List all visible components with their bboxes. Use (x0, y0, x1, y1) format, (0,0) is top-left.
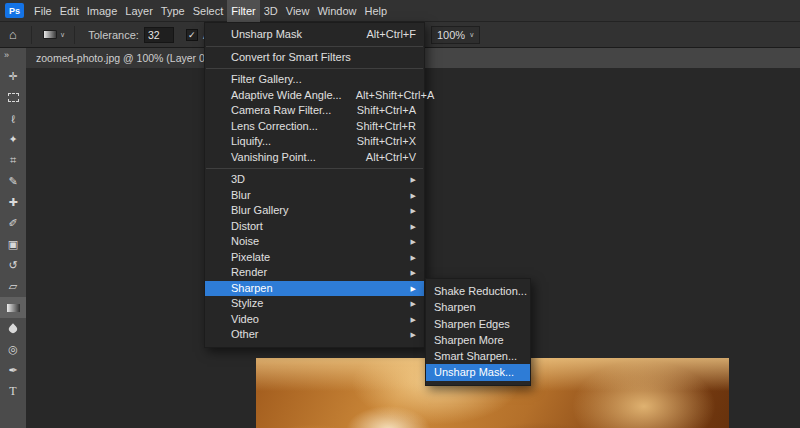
menu-item-other[interactable]: Other ▶ (205, 327, 424, 343)
menu-item-label: Other (231, 327, 411, 343)
menu-item-convert-for-smart-filters[interactable]: Convert for Smart Filters (205, 50, 424, 66)
menu-item-video[interactable]: Video ▶ (205, 312, 424, 328)
menubar-item-window[interactable]: Window (313, 0, 360, 22)
blur-drop-icon (7, 323, 18, 334)
submenu-arrow-icon: ▶ (411, 265, 416, 281)
menu-item-unsharp-mask-repeat[interactable]: Unsharp Mask Alt+Ctrl+F (205, 27, 424, 43)
photoshop-window: Ps File Edit Image Layer Type Select Fil… (0, 0, 800, 428)
clone-stamp-icon: ▣ (8, 238, 18, 251)
menubar-item-edit[interactable]: Edit (56, 0, 83, 22)
photoshop-logo-icon: Ps (5, 3, 24, 18)
menubar-item-help[interactable]: Help (361, 0, 392, 22)
menu-item-label: Lens Correction... (231, 119, 342, 135)
menubar-item-filter[interactable]: Filter (227, 0, 259, 22)
menubar-item-layer[interactable]: Layer (121, 0, 157, 22)
brush-tool[interactable]: ✐ (0, 213, 26, 234)
menu-item-stylize[interactable]: Stylize ▶ (205, 296, 424, 312)
toolbox-expand-button[interactable]: » (0, 48, 26, 63)
magic-wand-tool[interactable]: ✦ (0, 129, 26, 150)
toolbox-panel: » ✛ ℓ ✦ ⌗ ✎ ✚ ✐ ▣ ↺ ▱ ◎ ✒ T (0, 48, 26, 428)
menubar-item-view[interactable]: View (282, 0, 314, 22)
menubar-item-select[interactable]: Select (189, 0, 228, 22)
menu-item-distort[interactable]: Distort ▶ (205, 219, 424, 235)
anti-alias-checkbox[interactable]: ✓ (186, 29, 198, 41)
menu-item-label: Vanishing Point... (231, 150, 352, 166)
menu-item-label: 3D (231, 172, 411, 188)
menu-item-liquify[interactable]: Liquify... Shift+Ctrl+X (205, 134, 424, 150)
menu-item-label: Blur (231, 188, 411, 204)
tool-preset-button[interactable]: ∨ (39, 28, 69, 41)
divider (74, 26, 75, 44)
chevron-down-icon: ∨ (60, 31, 65, 39)
type-icon: T (9, 384, 16, 399)
menu-item-lens-correction[interactable]: Lens Correction... Shift+Ctrl+R (205, 119, 424, 135)
menubar-item-3d[interactable]: 3D (260, 0, 282, 22)
sharpen-submenu: Shake Reduction... Sharpen Sharpen Edges… (425, 278, 531, 386)
menu-item-label: Noise (231, 234, 411, 250)
history-brush-tool[interactable]: ↺ (0, 255, 26, 276)
dodge-icon: ◎ (8, 343, 18, 356)
menu-item-label: Liquify... (231, 134, 343, 150)
eyedropper-icon: ✎ (8, 175, 17, 188)
crop-tool[interactable]: ⌗ (0, 150, 26, 171)
submenu-item-sharpen-edges[interactable]: Sharpen Edges (426, 316, 530, 332)
eraser-tool[interactable]: ▱ (0, 276, 26, 297)
submenu-item-sharpen[interactable]: Sharpen (426, 299, 530, 315)
menu-item-camera-raw-filter[interactable]: Camera Raw Filter... Shift+Ctrl+A (205, 103, 424, 119)
move-tool[interactable]: ✛ (0, 66, 26, 87)
clone-stamp-tool[interactable]: ▣ (0, 234, 26, 255)
crop-icon: ⌗ (10, 154, 16, 167)
submenu-item-shake-reduction[interactable]: Shake Reduction... (426, 283, 530, 299)
submenu-arrow-icon: ▶ (411, 188, 416, 204)
tolerance-label: Tolerance: (88, 29, 139, 41)
tool-list: ✛ ℓ ✦ ⌗ ✎ ✚ ✐ ▣ ↺ ▱ ◎ ✒ T (0, 66, 26, 402)
blur-tool[interactable] (0, 318, 26, 339)
menu-item-label: Filter Gallery... (231, 72, 416, 88)
healing-brush-tool[interactable]: ✚ (0, 192, 26, 213)
document-tab-title: zoomed-photo.jpg @ 100% (Layer 0, RG (36, 52, 226, 64)
pen-tool[interactable]: ✒ (0, 360, 26, 381)
menu-separator (206, 168, 423, 169)
gradient-tool[interactable] (0, 297, 26, 318)
zoom-level-dropdown[interactable]: 100% ∨ (431, 26, 480, 44)
menu-item-shortcut: Shift+Ctrl+X (357, 134, 416, 150)
rectangular-marquee-tool[interactable] (0, 87, 26, 108)
menu-item-shortcut: Alt+Ctrl+F (366, 27, 416, 43)
pen-icon: ✒ (8, 364, 17, 377)
menubar-item-image[interactable]: Image (83, 0, 122, 22)
menu-item-shortcut: Alt+Ctrl+V (366, 150, 416, 166)
home-icon[interactable]: ⌂ (0, 27, 26, 42)
menu-item-sharpen[interactable]: Sharpen ▶ (205, 281, 424, 297)
menu-item-label: Adaptive Wide Angle... (231, 88, 342, 104)
menu-item-label: Unsharp Mask (231, 27, 352, 43)
gradient-icon (7, 304, 20, 312)
menu-item-pixelate[interactable]: Pixelate ▶ (205, 250, 424, 266)
submenu-item-unsharp-mask[interactable]: Unsharp Mask... (426, 364, 530, 380)
menu-item-shortcut: Shift+Ctrl+A (357, 103, 416, 119)
menu-item-3d[interactable]: 3D ▶ (205, 172, 424, 188)
submenu-item-sharpen-more[interactable]: Sharpen More (426, 332, 530, 348)
move-icon: ✛ (8, 70, 17, 83)
type-tool[interactable]: T (0, 381, 26, 402)
menu-item-blur[interactable]: Blur ▶ (205, 188, 424, 204)
submenu-arrow-icon: ▶ (411, 327, 416, 343)
submenu-arrow-icon: ▶ (411, 219, 416, 235)
menu-item-adaptive-wide-angle[interactable]: Adaptive Wide Angle... Alt+Shift+Ctrl+A (205, 88, 424, 104)
menubar-item-file[interactable]: File (30, 0, 56, 22)
dodge-tool[interactable]: ◎ (0, 339, 26, 360)
tolerance-input[interactable] (144, 27, 174, 43)
menubar-item-type[interactable]: Type (157, 0, 189, 22)
submenu-item-smart-sharpen[interactable]: Smart Sharpen... (426, 348, 530, 364)
menu-item-blur-gallery[interactable]: Blur Gallery ▶ (205, 203, 424, 219)
menu-bar: Ps File Edit Image Layer Type Select Fil… (0, 0, 800, 22)
menu-item-render[interactable]: Render ▶ (205, 265, 424, 281)
lasso-tool[interactable]: ℓ (0, 108, 26, 129)
menu-item-label: Pixelate (231, 250, 411, 266)
menu-item-filter-gallery[interactable]: Filter Gallery... (205, 72, 424, 88)
menu-item-vanishing-point[interactable]: Vanishing Point... Alt+Ctrl+V (205, 150, 424, 166)
submenu-arrow-icon: ▶ (411, 296, 416, 312)
zoom-level-value: 100% (437, 29, 465, 41)
eyedropper-tool[interactable]: ✎ (0, 171, 26, 192)
menu-item-noise[interactable]: Noise ▶ (205, 234, 424, 250)
divider (31, 26, 32, 44)
